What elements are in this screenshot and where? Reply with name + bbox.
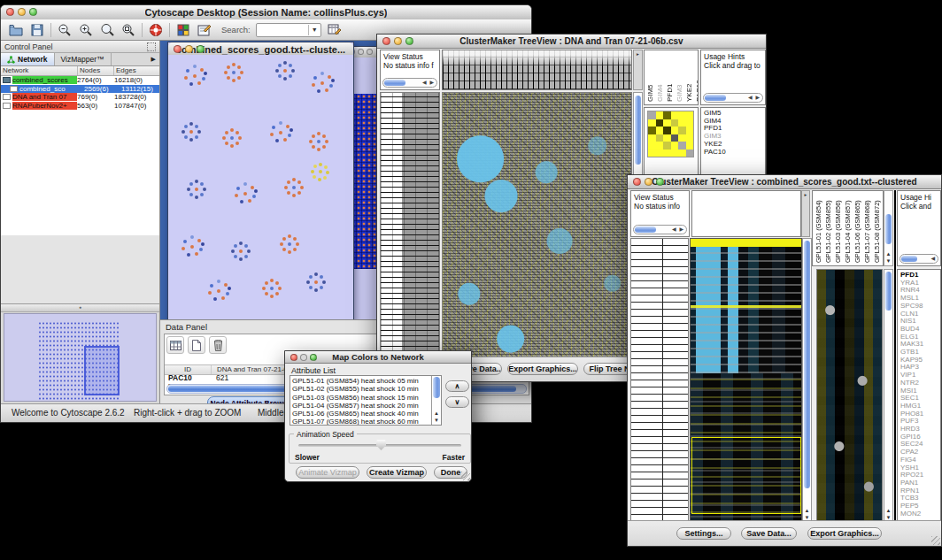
attribute-table-button[interactable] bbox=[327, 22, 343, 38]
column-label[interactable]: GIM4 bbox=[656, 50, 664, 102]
close-button[interactable] bbox=[6, 8, 14, 16]
dendrogram-scroll-strip[interactable]: ▸ bbox=[801, 190, 810, 237]
zoom-selected-button[interactable] bbox=[99, 22, 115, 38]
scroll-arrows-icon[interactable]: ◀ ▶ bbox=[422, 80, 436, 86]
attribute-item[interactable]: GPL51-01 (GSM854) heat shock 05 min bbox=[292, 377, 430, 385]
zoom-button[interactable] bbox=[367, 49, 373, 55]
zoom-button[interactable] bbox=[29, 8, 37, 16]
attribute-item[interactable]: GPL51-06 (GSM865) heat shock 40 min bbox=[292, 410, 430, 418]
zoom-button[interactable] bbox=[405, 37, 413, 45]
usage-hints-hscrollbar[interactable]: ◀ bbox=[900, 254, 938, 264]
attribute-item[interactable]: GPL51-04 (GSM857) heat shock 20 min bbox=[292, 402, 430, 410]
birds-eye-view[interactable] bbox=[4, 313, 157, 402]
network-table-row[interactable]: RNAPuberNov2+ 563(0) 107847(0) bbox=[1, 102, 159, 111]
minimize-button[interactable] bbox=[394, 37, 402, 45]
zoom-button[interactable] bbox=[656, 178, 664, 186]
column-label[interactable]: GPL51-06 (GSM865) bbox=[853, 191, 861, 263]
new-attribute-button[interactable] bbox=[188, 336, 205, 354]
column-labels-vscrollbar[interactable]: ▲ ▼ bbox=[884, 190, 893, 266]
column-header-network[interactable]: Network bbox=[1, 66, 78, 75]
vizmapper-button[interactable] bbox=[175, 22, 191, 38]
network-view-window[interactable]: combined_scores_good.txt--cluste... bbox=[167, 42, 354, 324]
scroll-down-icon[interactable]: ▼ bbox=[884, 258, 892, 265]
minimize-button[interactable] bbox=[18, 8, 26, 16]
resize-grip[interactable] bbox=[461, 472, 470, 480]
zoom-button[interactable] bbox=[310, 354, 317, 361]
attribute-item[interactable]: GPL51-07 (GSM868) heat shock 60 min bbox=[292, 418, 430, 426]
tab-network[interactable]: Network bbox=[1, 53, 55, 65]
column-label[interactable]: GPL51-08 (GSM872) bbox=[873, 191, 881, 263]
network-table-row[interactable]: DNA and Tran 07 769(0) 183728(0) bbox=[1, 93, 159, 102]
heatmap-vscrollbar[interactable]: ▲ ▼ bbox=[802, 238, 812, 523]
gene-label[interactable]: MON2 bbox=[900, 510, 940, 518]
move-up-button[interactable]: ∧ bbox=[445, 380, 469, 392]
correlation-heatmap[interactable] bbox=[442, 92, 632, 358]
minimize-button[interactable] bbox=[645, 178, 652, 186]
attribute-list-vscrollbar[interactable]: ▲ ▼ bbox=[431, 376, 441, 425]
animate-vizmap-button[interactable]: Animate Vizmap bbox=[296, 466, 359, 479]
attribute-item[interactable]: GPL51-02 (GSM855) heat shock 10 min bbox=[292, 385, 430, 393]
scroll-arrows-icon[interactable]: ◀ ▶ bbox=[748, 95, 762, 101]
view-status-hscrollbar[interactable]: ◀ ▶ bbox=[382, 78, 437, 88]
column-header-nodes[interactable]: Nodes bbox=[78, 66, 114, 75]
view-status-hscrollbar[interactable]: ◀ ▶ bbox=[633, 225, 687, 234]
open-file-button[interactable] bbox=[8, 22, 24, 38]
column-dendrogram[interactable] bbox=[691, 190, 801, 237]
zoomed-heatmap-vscrollbar[interactable]: ▲ ▼ bbox=[884, 269, 893, 523]
attribute-item[interactable]: GPL51-03 (GSM856) heat shock 15 min bbox=[292, 394, 430, 402]
tabs-overflow-button[interactable]: ▶ bbox=[148, 53, 159, 65]
column-label[interactable]: PFD1 bbox=[666, 50, 674, 102]
slider-thumb[interactable] bbox=[376, 440, 386, 450]
gene-label[interactable]: PAC10 bbox=[704, 149, 765, 157]
column-label[interactable]: GPL51-07 (GSM868) bbox=[863, 191, 871, 263]
scroll-up-icon[interactable]: ▲ bbox=[432, 410, 441, 417]
column-label[interactable]: GPL51-01 (GSM854) bbox=[815, 191, 822, 263]
dialog-title-bar[interactable]: Map Colors to Network bbox=[285, 351, 471, 364]
scroll-arrows-icon[interactable]: ◀ ▶ bbox=[672, 226, 686, 233]
row-dendrogram[interactable] bbox=[630, 238, 689, 523]
scroll-down-icon[interactable]: ▼ bbox=[432, 418, 441, 424]
scroll-up-icon[interactable]: ▲ bbox=[884, 508, 892, 514]
treeview2-title-bar[interactable]: ClusterMaker TreeView : combined_scores_… bbox=[628, 175, 941, 189]
cluster-matrix[interactable] bbox=[647, 111, 694, 157]
usage-hints-hscrollbar[interactable]: ◀ ▶ bbox=[703, 93, 763, 103]
column-label[interactable]: PAC10 bbox=[695, 50, 699, 102]
expression-heatmap[interactable] bbox=[690, 238, 802, 523]
main-title-bar[interactable]: Cytoscape Desktop (Session Name: collins… bbox=[1, 5, 531, 20]
scroll-arrows-icon[interactable]: ◀ bbox=[930, 256, 938, 262]
close-button[interactable] bbox=[290, 354, 297, 361]
treeview1-title-bar[interactable]: ClusterMaker TreeView : DNA and Tran 07-… bbox=[377, 35, 766, 49]
zoom-out-button[interactable] bbox=[57, 22, 73, 38]
network-table-row[interactable]: combined_sco 2569(6) 13112(15) bbox=[1, 85, 159, 94]
minimize-button[interactable] bbox=[185, 45, 193, 53]
float-panel-icon[interactable] bbox=[147, 42, 156, 51]
zoom-in-button[interactable] bbox=[78, 22, 94, 38]
attribute-listbox[interactable]: GPL51-01 (GSM854) heat shock 05 minGPL51… bbox=[290, 375, 442, 426]
delete-attribute-button[interactable] bbox=[209, 336, 227, 354]
column-label[interactable]: GIM3 bbox=[676, 50, 683, 102]
resize-grip[interactable] bbox=[931, 536, 940, 545]
close-button[interactable] bbox=[382, 37, 390, 45]
column-label[interactable]: GPL51-02 (GSM855) bbox=[824, 191, 832, 263]
column-label[interactable]: GIM5 bbox=[646, 50, 654, 102]
dendrogram-scroll-strip[interactable]: ▸ bbox=[633, 50, 643, 90]
row-dendrogram[interactable] bbox=[380, 92, 440, 358]
save-button[interactable] bbox=[29, 22, 45, 38]
close-button[interactable] bbox=[633, 178, 641, 186]
close-button[interactable] bbox=[174, 45, 181, 53]
export-graphics-button[interactable]: Export Graphics... bbox=[507, 363, 578, 375]
zoomed-heatmap-panel[interactable] bbox=[816, 269, 883, 523]
column-label[interactable]: YKE2 bbox=[685, 50, 693, 102]
save-data-button[interactable]: Save Data... bbox=[741, 527, 797, 540]
scroll-up-icon[interactable]: ▲ bbox=[803, 508, 811, 514]
minimize-button[interactable] bbox=[300, 354, 307, 361]
settings-button[interactable]: Settings... bbox=[676, 527, 731, 540]
search-combobox[interactable]: ▼ bbox=[256, 23, 321, 37]
tab-vizmapper[interactable]: VizMapper™ bbox=[55, 53, 112, 65]
zoom-fit-button[interactable] bbox=[120, 22, 136, 38]
column-label[interactable]: GPL51-03 (GSM856) bbox=[834, 191, 842, 263]
minimize-button[interactable] bbox=[358, 49, 364, 55]
select-attributes-button[interactable] bbox=[166, 336, 184, 354]
overview-divider[interactable]: ● bbox=[1, 304, 159, 312]
annotation-button[interactable] bbox=[197, 22, 212, 38]
